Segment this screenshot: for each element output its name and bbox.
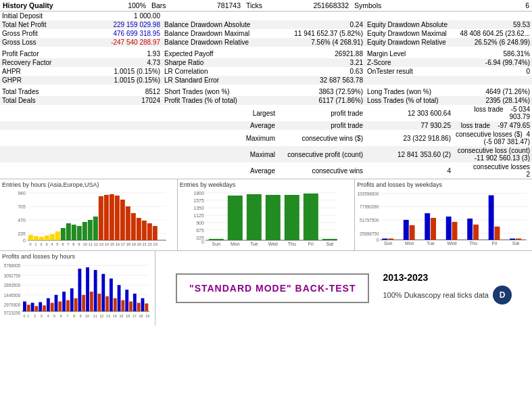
backtest-mode: "STANDARD MODE" BACK-TEST [189,283,356,294]
svg-rect-153 [110,279,113,311]
svg-text:0: 0 [23,314,25,318]
svg-text:6: 6 [60,314,62,318]
svg-rect-33 [153,226,158,240]
svg-rect-101 [410,225,415,240]
svg-rect-98 [383,238,388,240]
table-row: Total Net Profit 229 159 029.98 Balance … [0,20,532,29]
svg-text:2: 2 [40,242,43,246]
svg-rect-80 [322,239,337,240]
table-row: Profit Factor 1.93 Expected Payoff 26921… [0,49,532,58]
stat-value: consecutive profit (count) [277,146,365,162]
chart3-svg: 103598000 77990280 51797500 25898750 0 [357,189,530,247]
svg-rect-102 [425,213,431,240]
svg-text:9: 9 [80,314,82,318]
svg-text:5: 5 [56,242,59,246]
bottom-row: Profits and losses by hours 5788000 3092… [0,250,532,325]
svg-rect-137 [47,298,50,311]
stat-value: consecutive loss (count) -11 902 560.13 … [453,146,532,162]
svg-rect-136 [43,305,46,311]
entries-hours-chart: Entries by hours (Asia,Europe,USA) 940 7… [0,179,178,250]
svg-text:7: 7 [66,314,68,318]
stat-value: 1.0015 (0.15%) [88,76,162,85]
svg-text:7: 7 [67,242,70,246]
stat-label [365,76,453,85]
svg-text:Wed: Wed [448,241,457,246]
svg-text:0: 0 [377,238,379,242]
svg-text:1125: 1125 [193,213,204,218]
stat-label: Equity Drawdown Maximal [365,29,453,38]
entries-weekdays-chart: Entries by weekdays 1800 1575 1350 1125 [178,179,356,250]
stat-value: 1 000.00 [88,12,162,20]
svg-rect-10 [28,235,33,240]
svg-text:18: 18 [126,242,130,246]
stat-label: Gross Loss [0,38,88,47]
svg-rect-28 [126,206,130,240]
svg-text:1800: 1800 [193,191,204,196]
stat-value: consecutive wins [277,162,365,179]
svg-text:1350: 1350 [193,206,204,210]
svg-rect-107 [473,225,479,240]
stat-value: 4.73 [88,58,162,67]
stat-value: profit trade [277,105,365,121]
stat-label: Sharpe Ratio [162,58,277,67]
svg-text:13: 13 [106,314,110,318]
stat-label: 77 930.25 [365,121,453,130]
svg-text:10: 10 [85,314,89,318]
chart4-svg: 5788000 3092750 2893500 1446500 2979300 … [2,261,153,322]
stat-label: Initial Deposit [0,12,88,20]
svg-rect-76 [247,194,262,240]
svg-rect-74 [209,239,224,240]
table-row: Maximal consecutive profit (count) 12 84… [0,146,532,162]
stat-label: Balance Drawdown Absolute [162,20,277,29]
backtest-section: "STANDARD MODE" BACK-TEST 2013-2023 100%… [155,251,532,325]
stat-label: Profit Trades (% of total) [162,96,277,105]
quality-label: History Quality [3,1,53,9]
svg-rect-105 [452,222,458,240]
svg-text:Thu: Thu [287,242,295,246]
stat-label: 23 (322 918.86) [365,130,453,146]
svg-text:15: 15 [119,314,123,318]
bars-label: Bars [151,1,166,9]
svg-rect-106 [468,219,473,240]
svg-text:17: 17 [132,314,137,318]
table-row: GHPR 1.0015 (0.15%) LR Standard Error 32… [0,76,532,85]
svg-rect-16 [61,228,66,240]
main-container: History Quality 100% Bars 781743 Ticks 2… [0,0,532,325]
stat-value: 59.53 [453,20,532,29]
stat-value: loss trade -5 034 903.79 [453,105,532,121]
svg-text:Tue: Tue [427,241,435,246]
svg-text:3: 3 [41,314,43,318]
table-row: Initial Deposit 1 000.00 [0,12,532,20]
stat-value: 586.31% [453,49,532,58]
svg-text:19: 19 [145,314,149,318]
stat-value: 4649 (71.26%) [453,87,532,96]
svg-rect-142 [66,300,70,311]
svg-text:0: 0 [201,240,204,244]
table-row: Total Deals 17024 Profit Trades (% of to… [0,96,532,105]
table-row: Gross Loss -247 540 288.97 Balance Drawd… [0,38,532,47]
stat-value: 48 408 604.25 (23.62... [453,29,532,38]
svg-text:Tue: Tue [250,242,258,246]
svg-rect-25 [110,194,114,240]
svg-text:21: 21 [142,242,147,246]
stats-table: Initial Deposit 1 000.00 Total Net Profi… [0,12,532,179]
stat-label: Largest [162,105,277,121]
svg-rect-151 [101,274,105,311]
svg-text:4: 4 [47,314,49,318]
stat-value [453,76,532,85]
svg-rect-111 [516,238,521,240]
stat-value: profit trade [277,121,365,130]
stat-label: Total Deals [0,96,88,105]
svg-rect-140 [58,302,62,312]
svg-rect-152 [105,296,109,311]
svg-text:3092750: 3092750 [4,273,21,278]
svg-text:900: 900 [196,221,204,225]
stat-label: Maximum [162,130,277,146]
stat-label [0,105,88,121]
charts-row: Entries by hours (Asia,Europe,USA) 940 7… [0,179,532,250]
symbols-value: 6 [525,1,529,9]
svg-text:0: 0 [23,238,26,243]
stat-value: loss trade -97 479.65 [453,121,532,130]
svg-text:Sat: Sat [326,242,333,246]
svg-text:4: 4 [51,242,53,246]
